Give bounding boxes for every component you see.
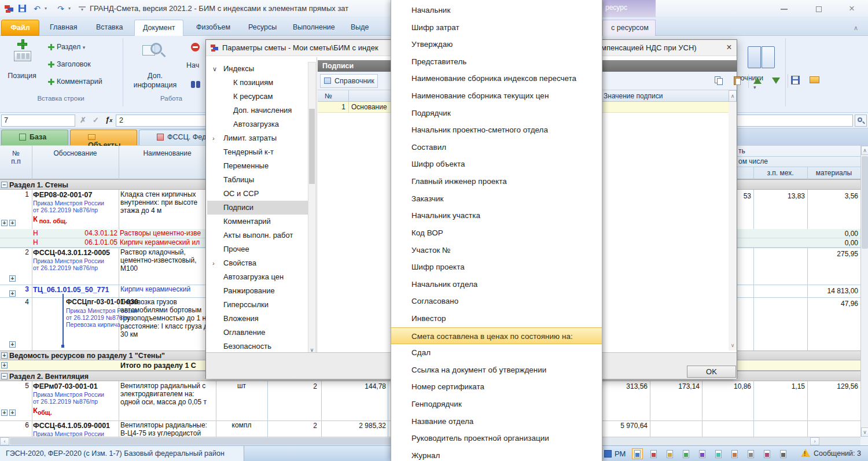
tab-vstavka[interactable]: Вставка [88,20,131,36]
dialog-nav-item[interactable]: ›Свойства [207,256,308,270]
paste-icon[interactable] [733,76,743,86]
tab-fizobem[interactable]: Физобъем [188,20,238,36]
collapse-ribbon-icon[interactable]: ∧ [851,24,861,32]
function-icon[interactable]: ƒx [105,115,112,124]
menu-item[interactable]: Ссылка на документ об утверждении [391,362,602,379]
status-tool-icon[interactable] [729,448,740,459]
dialog-nav-item[interactable]: К позициям [207,76,308,90]
menu-item[interactable]: Начальник участка [391,207,602,224]
col-num-header[interactable]: № [325,92,332,100]
menu-item[interactable]: Сдал [391,344,602,362]
menu-item[interactable]: Наименование сборника текущих цен [391,87,602,105]
save-icon[interactable] [17,3,28,14]
move-up-icon[interactable] [753,78,762,84]
menu-item[interactable]: Шифр затрат [391,19,602,36]
undo-icon[interactable]: ↶ [32,3,42,14]
restore-button[interactable] [806,2,832,15]
menu-item[interactable]: Согласовано [391,293,602,310]
dialog-nav-item[interactable]: Ранжирование [207,284,308,298]
redo-dropdown-icon[interactable]: ▾ [67,3,72,14]
menu-item[interactable]: Журнал [391,447,602,461]
dialog-nav-item[interactable]: ОС и ССР [207,187,308,201]
tab-glavnaya[interactable]: Главная [42,20,86,36]
col-header-materials[interactable]: материалы [807,169,860,177]
dialog-nav-scrollbar[interactable]: ∨ [308,62,316,355]
nach-button-partial[interactable]: Нач [186,61,199,69]
col-header-zp-meh[interactable]: з.п. мех. [753,169,807,177]
col-value-header[interactable]: Значение подписи [604,92,663,100]
tab-file[interactable]: Файл [1,20,39,36]
menu-item[interactable]: Шифр проекта [391,259,602,276]
expand-icon[interactable]: + [1,362,8,368]
status-tool-icon[interactable] [778,448,789,459]
dialog-nav-item[interactable]: ∨Индексы [207,62,308,76]
vertical-scrollbar[interactable]: ∧ ∨ [860,146,868,437]
tab-vydelenie-partial[interactable]: Выде [343,20,377,36]
scroll-down-icon[interactable]: ∨ [861,427,868,437]
scroll-up-icon[interactable]: ∧ [729,90,737,102]
menu-item[interactable]: Главный инженер проекта [391,173,602,190]
tab-obekty[interactable]: Объекты [70,130,137,145]
copy-icon[interactable] [714,76,724,86]
menu-item[interactable]: Составил [391,139,602,156]
chevron-right-icon[interactable]: › [212,131,215,145]
menu-item[interactable]: Начальник проектно-сметного отдела [391,121,602,139]
status-tool-icon[interactable] [697,448,708,459]
razdel-button[interactable]: Раздел ▾ [47,43,85,51]
col-header-justification[interactable]: Обоснование [32,149,119,157]
save-icon[interactable] [791,76,800,84]
menu-item[interactable]: Код ВОР [391,224,602,242]
collapse-icon[interactable]: − [1,182,8,188]
dialog-value-scrollbar[interactable]: ∨ [729,102,737,351]
expand-icon[interactable]: + [9,410,16,416]
tab-resursy[interactable]: Ресурсы [240,20,285,36]
expand-icon[interactable]: + [9,341,16,348]
position-button[interactable]: Позиция [5,38,39,82]
expand-icon[interactable]: + [1,352,8,359]
menu-item[interactable]: Наименование сборника индексов пересчета [391,70,602,87]
redo-icon[interactable]: ↷ [56,3,66,14]
dialog-nav-item[interactable]: Акты выполн. работ [207,228,308,242]
qat-customize-icon[interactable]: ▾ [79,6,86,12]
dialog-nav-item[interactable]: Тендерный к-т [207,145,308,159]
confirm-icon[interactable]: ✓ [93,116,99,124]
menu-item[interactable]: Представитель [391,53,602,71]
chevron-down-icon[interactable]: ∨ [212,62,217,76]
kommentariy-button[interactable]: Комментарий [47,78,102,86]
zagolovok-button[interactable]: Заголовок [47,60,91,68]
dop-info-button[interactable]: Доп. информация [137,39,174,95]
binoculars-icon[interactable] [191,81,200,88]
menu-item[interactable]: Название отдела [391,413,602,430]
tab-vypolnenie[interactable]: Выполнение [285,20,343,36]
cell-reference-box[interactable]: 7 [1,115,75,127]
dialog-nav-item[interactable]: Подписи [207,201,308,215]
menu-item[interactable]: Начальник отдела [391,276,602,293]
expand-icon[interactable]: + [1,410,8,416]
dialog-nav-item[interactable]: Безопасность [207,340,308,353]
menu-item[interactable]: Участок № [391,242,602,259]
dialog-close-icon[interactable]: × [723,41,735,54]
dialog-nav-item[interactable]: Автозагрузка цен [207,270,308,284]
tab-baza[interactable]: База [1,130,68,145]
status-tool-icon[interactable] [762,448,773,459]
ok-button[interactable]: OK [687,366,736,378]
undo-dropdown-icon[interactable]: ▾ [43,3,49,14]
status-tool-icon[interactable] [664,448,675,459]
spravochniki-icon[interactable] [746,45,777,71]
scroll-right-icon[interactable]: › [810,437,819,445]
menu-item[interactable]: Номер сертификата [391,378,602,396]
menu-item[interactable]: Инвестор [391,310,602,327]
status-tool-icon[interactable] [681,448,692,459]
dialog-nav-item[interactable]: Комментарий [207,215,308,228]
reference-button[interactable]: Справочник [320,74,378,88]
col-header-name[interactable]: Наименование [119,149,216,157]
scroll-down-icon[interactable]: ∨ [729,341,737,351]
move-down-icon[interactable] [772,78,780,84]
col-header-num[interactable]: № [0,149,32,157]
status-tool-icon[interactable] [713,448,724,459]
menu-item[interactable]: Шифр объекта [391,156,602,173]
scrollbar-thumb[interactable] [10,438,403,445]
dialog-nav-item[interactable]: Прочее [207,242,308,256]
expand-icon[interactable]: + [9,290,16,297]
menu-item[interactable]: Заказчик [391,190,602,208]
